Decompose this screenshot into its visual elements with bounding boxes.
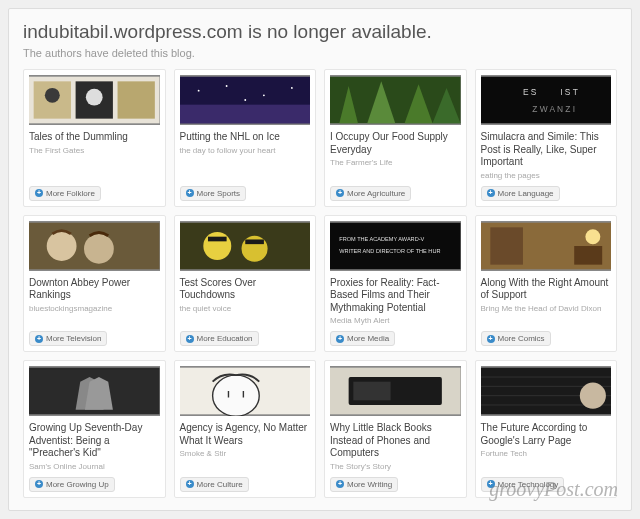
thumb-icon (180, 366, 311, 416)
more-button[interactable]: +More Technology (481, 477, 565, 492)
card-folklore[interactable]: Tales of the Dummling The First Gates +M… (23, 69, 166, 207)
thumb-icon (180, 75, 311, 125)
svg-rect-32 (574, 246, 602, 265)
page-container: indubitabil.wordpress.com is no longer a… (8, 8, 632, 511)
plus-icon: + (35, 335, 43, 343)
card-technology[interactable]: The Future According to Google's Larry P… (475, 360, 618, 498)
card-sports[interactable]: Putting the NHL on Ice the day to follow… (174, 69, 317, 207)
more-button[interactable]: +More Culture (180, 477, 249, 492)
card-source: The Story's Story (330, 462, 461, 471)
more-button[interactable]: +More Television (29, 331, 107, 346)
card-television[interactable]: Downton Abbey Power Rankings bluestockin… (23, 215, 166, 353)
thumb-icon (29, 221, 160, 271)
svg-text:FROM THE ACADEMY AWARD-V: FROM THE ACADEMY AWARD-V (339, 236, 424, 242)
card-title: Proxies for Reality: Fact-Based Films an… (330, 277, 461, 315)
card-source: Fortune Tech (481, 449, 612, 458)
more-button[interactable]: +More Folklore (29, 186, 101, 201)
svg-point-22 (203, 232, 231, 260)
more-button[interactable]: +More Language (481, 186, 560, 201)
plus-icon: + (186, 335, 194, 343)
thumb-icon (481, 366, 612, 416)
card-title: Simulacra and Simile: This Post is Reall… (481, 131, 612, 169)
card-source: eating the pages (481, 171, 612, 180)
svg-point-8 (197, 90, 199, 92)
thumb-icon: E SI S TZ W A N Z I (481, 75, 612, 125)
more-button[interactable]: +More Writing (330, 477, 398, 492)
svg-point-20 (84, 233, 114, 263)
card-source: The First Gates (29, 146, 160, 155)
plus-icon: + (487, 189, 495, 197)
svg-point-10 (262, 94, 264, 96)
svg-rect-30 (490, 227, 523, 264)
card-title: Downton Abbey Power Rankings (29, 277, 160, 302)
card-growing-up[interactable]: Growing Up Seventh-Day Adventist: Being … (23, 360, 166, 498)
card-comics[interactable]: Along With the Right Amount of Support B… (475, 215, 618, 353)
svg-rect-7 (180, 105, 311, 124)
card-education[interactable]: Test Scores Over Touchdowns the quiet vo… (174, 215, 317, 353)
svg-point-35 (212, 375, 259, 416)
card-source: The Farmer's Life (330, 158, 461, 167)
card-title: Agency is Agency, No Matter What It Wear… (180, 422, 311, 447)
thumb-icon (29, 75, 160, 125)
card-source: Smoke & Stir (180, 449, 311, 458)
more-button[interactable]: +More Education (180, 331, 259, 346)
cards-grid: Tales of the Dummling The First Gates +M… (23, 69, 617, 498)
page-subtitle: The authors have deleted this blog. (23, 47, 617, 59)
svg-point-11 (290, 87, 292, 89)
card-media[interactable]: FROM THE ACADEMY AWARD-VWRITER AND DIREC… (324, 215, 467, 353)
card-language[interactable]: E SI S TZ W A N Z I Simulacra and Simile… (475, 69, 618, 207)
more-button[interactable]: +More Growing Up (29, 477, 115, 492)
card-source: the quiet voice (180, 304, 311, 313)
svg-text:I S T: I S T (560, 87, 578, 97)
svg-point-4 (45, 88, 60, 103)
svg-point-9 (225, 85, 227, 87)
plus-icon: + (487, 480, 495, 488)
card-title: Growing Up Seventh-Day Adventist: Being … (29, 422, 160, 460)
more-button[interactable]: +More Agriculture (330, 186, 411, 201)
card-title: Along With the Right Amount of Support (481, 277, 612, 302)
card-source: the day to follow your heart (180, 146, 311, 155)
plus-icon: + (487, 335, 495, 343)
svg-rect-3 (118, 81, 155, 118)
more-button[interactable]: +More Sports (180, 186, 247, 201)
thumb-icon (481, 221, 612, 271)
more-button[interactable]: +More Comics (481, 331, 551, 346)
card-title: Tales of the Dummling (29, 131, 160, 144)
svg-text:E S: E S (522, 87, 536, 97)
svg-text:Z W A N Z I: Z W A N Z I (532, 104, 575, 114)
svg-point-31 (585, 229, 600, 244)
svg-rect-24 (207, 236, 226, 241)
plus-icon: + (186, 189, 194, 197)
card-title: Putting the NHL on Ice (180, 131, 311, 144)
card-culture[interactable]: Agency is Agency, No Matter What It Wear… (174, 360, 317, 498)
svg-rect-25 (245, 239, 264, 244)
card-title: I Occupy Our Food Supply Everyday (330, 131, 461, 156)
svg-rect-26 (330, 222, 461, 269)
card-title: The Future According to Google's Larry P… (481, 422, 612, 447)
plus-icon: + (336, 335, 344, 343)
card-title: Why Little Black Books Instead of Phones… (330, 422, 461, 460)
svg-point-12 (244, 99, 246, 101)
card-writing[interactable]: Why Little Black Books Instead of Phones… (324, 360, 467, 498)
svg-point-19 (47, 231, 77, 261)
plus-icon: + (35, 480, 43, 488)
card-source: Bring Me the Head of David Dixon (481, 304, 612, 313)
card-source: Sam's Online Journal (29, 462, 160, 471)
card-agriculture[interactable]: I Occupy Our Food Supply Everyday The Fa… (324, 69, 467, 207)
plus-icon: + (336, 480, 344, 488)
thumb-icon (330, 75, 461, 125)
card-source: bluestockingsmagazine (29, 304, 160, 313)
page-title: indubitabil.wordpress.com is no longer a… (23, 21, 617, 43)
more-button[interactable]: +More Media (330, 331, 395, 346)
plus-icon: + (35, 189, 43, 197)
thumb-icon (180, 221, 311, 271)
thumb-icon (330, 366, 461, 416)
thumb-icon: FROM THE ACADEMY AWARD-VWRITER AND DIREC… (330, 221, 461, 271)
svg-point-46 (579, 383, 605, 409)
svg-rect-14 (481, 77, 612, 124)
svg-rect-40 (353, 382, 390, 401)
svg-text:WRITER AND DIRECTOR OF THE HUR: WRITER AND DIRECTOR OF THE HUR (339, 247, 440, 253)
thumb-icon (29, 366, 160, 416)
card-title: Test Scores Over Touchdowns (180, 277, 311, 302)
card-source: Media Myth Alert (330, 316, 461, 325)
